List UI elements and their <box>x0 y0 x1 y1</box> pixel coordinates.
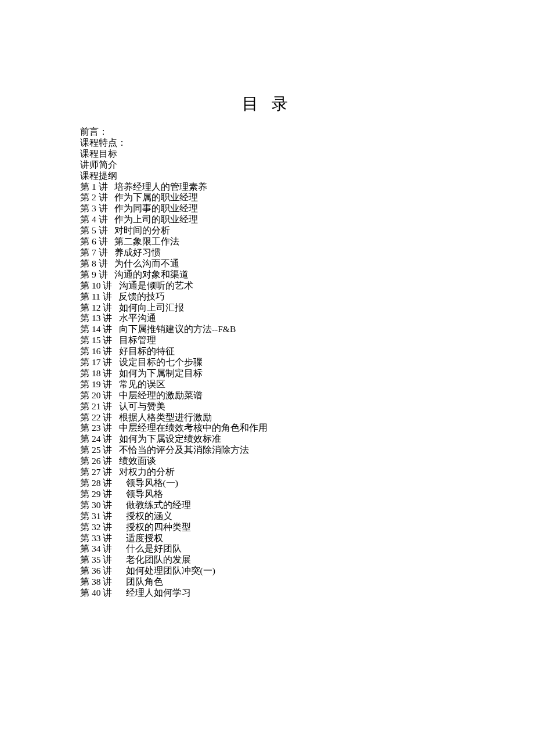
lecture-title: 向下属推销建议的方法--F&B <box>119 324 236 334</box>
lecture-number: 第 13 讲 <box>80 313 112 323</box>
lecture-title: 认可与赞美 <box>119 401 165 411</box>
toc-item: 第 25 讲 不恰当的评分及其消除消除方法 <box>80 445 454 456</box>
lecture-title: 授权的四种类型 <box>126 522 191 532</box>
lecture-title: 团队角色 <box>126 577 163 586</box>
lecture-title: 第二象限工作法 <box>114 236 179 246</box>
lecture-title: 如何向上司汇报 <box>119 303 184 312</box>
toc-item: 第 17 讲 设定目标的七个步骤 <box>80 357 454 368</box>
lecture-title: 设定目标的七个步骤 <box>119 357 203 367</box>
lecture-title: 对时间的分析 <box>114 225 170 235</box>
toc-item: 第 27 讲 对权力的分析 <box>80 467 454 478</box>
lecture-title: 对权力的分析 <box>119 467 175 477</box>
lecture-number: 第 35 讲 <box>80 555 112 564</box>
toc-item: 第 12 讲 如何向上司汇报 <box>80 303 454 314</box>
page-title: 目 录 <box>80 93 454 115</box>
lecture-number: 第 7 讲 <box>80 247 108 257</box>
toc-item: 第 11 讲 反馈的技巧 <box>80 291 454 303</box>
intro-item: 课程目标 <box>80 149 454 160</box>
toc-item: 第 31 讲 授权的涵义 <box>80 511 454 522</box>
intro-item: 讲师简介 <box>80 160 454 171</box>
lecture-number: 第 2 讲 <box>80 192 108 202</box>
lecture-number: 第 29 讲 <box>80 489 112 499</box>
lecture-number: 第 26 讲 <box>80 456 112 466</box>
lecture-title: 养成好习惯 <box>114 247 161 257</box>
toc-item: 第 32 讲 授权的四种类型 <box>80 522 454 533</box>
lecture-title: 中层经理在绩效考核中的角色和作用 <box>119 423 268 433</box>
toc-item: 第 29 讲 领导风格 <box>80 489 454 500</box>
toc-item: 第 6 讲 第二象限工作法 <box>80 236 454 247</box>
lecture-number: 第 11 讲 <box>80 291 112 301</box>
lecture-title: 如何为下属制定目标 <box>119 368 203 378</box>
lectures-section: 第 1 讲 培养经理人的管理素养第 2 讲 作为下属的职业经理第 3 讲 作为同… <box>80 182 454 599</box>
intro-item: 前言： <box>80 127 454 138</box>
lecture-title: 授权的涵义 <box>126 511 172 521</box>
lecture-title: 绩效面谈 <box>119 456 156 466</box>
toc-item: 第 4 讲 作为上司的职业经理 <box>80 214 454 225</box>
toc-item: 第 19 讲 常见的误区 <box>80 379 454 390</box>
lecture-number: 第 27 讲 <box>80 467 112 477</box>
lecture-title: 领导风格(一) <box>126 478 178 488</box>
toc-item: 第 9 讲 沟通的对象和渠道 <box>80 269 454 280</box>
lecture-title: 目标管理 <box>119 335 156 345</box>
toc-item: 第 7 讲 养成好习惯 <box>80 247 454 258</box>
lecture-number: 第 1 讲 <box>80 182 108 192</box>
toc-item: 第 38 讲 团队角色 <box>80 577 454 588</box>
lecture-title: 培养经理人的管理素养 <box>114 182 207 192</box>
document-page: 目 录 前言： 课程特点： 课程目标 讲师简介 课程提纲 第 1 讲 培养经理人… <box>0 0 534 599</box>
lecture-number: 第 30 讲 <box>80 500 112 510</box>
lecture-title: 做教练式的经理 <box>126 500 191 510</box>
lecture-number: 第 6 讲 <box>80 236 108 246</box>
toc-item: 第 30 讲 做教练式的经理 <box>80 500 454 511</box>
intro-item: 课程特点： <box>80 138 454 149</box>
lecture-number: 第 8 讲 <box>80 258 108 268</box>
lecture-title: 如何为下属设定绩效标准 <box>119 434 221 444</box>
toc-item: 第 33 讲 适度授权 <box>80 533 454 544</box>
lecture-title: 根据人格类型进行激励 <box>119 412 212 422</box>
lecture-title: 常见的误区 <box>119 379 165 389</box>
lecture-title: 水平沟通 <box>119 313 156 323</box>
toc-item: 第 24 讲 如何为下属设定绩效标准 <box>80 434 454 445</box>
toc-item: 第 13 讲 水平沟通 <box>80 313 454 324</box>
lecture-title: 如何处理团队冲突(一) <box>126 566 215 575</box>
lecture-title: 好目标的特征 <box>119 346 175 356</box>
toc-item: 第 35 讲 老化团队的发展 <box>80 555 454 566</box>
lecture-number: 第 4 讲 <box>80 214 108 224</box>
lecture-number: 第 40 讲 <box>80 588 112 597</box>
toc-item: 第 16 讲 好目标的特征 <box>80 346 454 357</box>
lecture-number: 第 10 讲 <box>80 280 112 290</box>
intro-section: 前言： 课程特点： 课程目标 讲师简介 课程提纲 <box>80 127 454 182</box>
lecture-number: 第 24 讲 <box>80 434 112 444</box>
toc-item: 第 2 讲 作为下属的职业经理 <box>80 192 454 203</box>
lecture-title: 领导风格 <box>126 489 163 499</box>
lecture-number: 第 21 讲 <box>80 401 112 411</box>
lecture-number: 第 9 讲 <box>80 269 108 279</box>
intro-item: 课程提纲 <box>80 171 454 182</box>
lecture-number: 第 16 讲 <box>80 346 112 356</box>
toc-item: 第 18 讲 如何为下属制定目标 <box>80 368 454 379</box>
lecture-number: 第 23 讲 <box>80 423 112 433</box>
toc-item: 第 8 讲 为什么沟而不通 <box>80 258 454 269</box>
lecture-title: 中层经理的激励菜谱 <box>119 390 203 400</box>
lecture-title: 不恰当的评分及其消除消除方法 <box>119 445 249 455</box>
toc-item: 第 10 讲 沟通是倾听的艺术 <box>80 280 454 291</box>
toc-item: 第 14 讲 向下属推销建议的方法--F&B <box>80 324 454 335</box>
toc-item: 第 21 讲 认可与赞美 <box>80 401 454 412</box>
toc-item: 第 23 讲 中层经理在绩效考核中的角色和作用 <box>80 423 454 434</box>
lecture-number: 第 19 讲 <box>80 379 112 389</box>
lecture-title: 沟通是倾听的艺术 <box>119 280 193 290</box>
lecture-title: 老化团队的发展 <box>126 555 191 564</box>
lecture-number: 第 28 讲 <box>80 478 112 488</box>
lecture-number: 第 34 讲 <box>80 543 112 553</box>
lecture-number: 第 32 讲 <box>80 522 112 532</box>
lecture-title: 经理人如何学习 <box>126 588 191 597</box>
lecture-title: 适度授权 <box>126 533 163 543</box>
lecture-number: 第 33 讲 <box>80 533 112 543</box>
lecture-number: 第 17 讲 <box>80 357 112 367</box>
lecture-title: 反馈的技巧 <box>118 291 165 301</box>
lecture-title: 为什么沟而不通 <box>114 258 179 268</box>
lecture-number: 第 15 讲 <box>80 335 112 345</box>
toc-item: 第 3 讲 作为同事的职业经理 <box>80 203 454 214</box>
lecture-number: 第 31 讲 <box>80 511 112 521</box>
lecture-number: 第 20 讲 <box>80 390 112 400</box>
toc-item: 第 34 讲 什么是好团队 <box>80 543 454 555</box>
